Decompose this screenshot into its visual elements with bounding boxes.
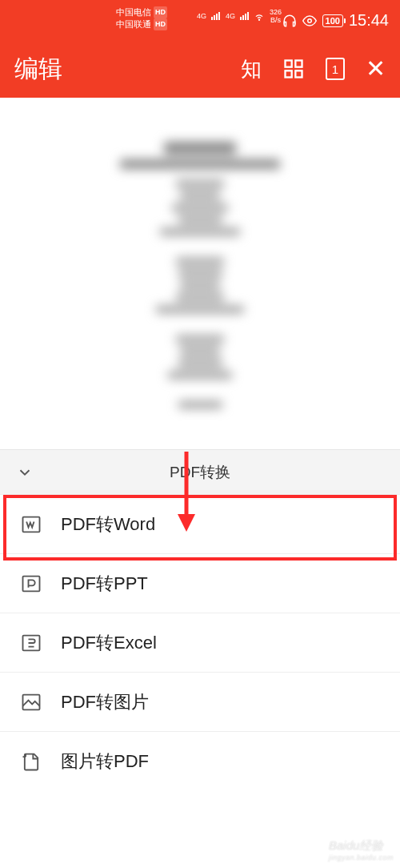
- page-number-button[interactable]: 1: [326, 58, 345, 80]
- network-speed: 326 B/s: [270, 8, 282, 24]
- ppt-icon: [19, 572, 43, 596]
- app-header: 编辑 知 1 ✕: [0, 40, 400, 98]
- zhi-button[interactable]: 知: [241, 55, 262, 83]
- menu-label: PDF转Excel: [61, 631, 157, 655]
- svg-rect-9: [23, 576, 40, 591]
- signal-block: 4G 4G 326 B/s: [196, 8, 282, 24]
- close-icon[interactable]: ✕: [366, 57, 386, 81]
- menu-label: PDF转图片: [61, 690, 149, 714]
- sheet-title: PDF转换: [170, 462, 230, 483]
- network-label-1: 4G: [197, 12, 206, 20]
- collapse-button[interactable]: [13, 460, 37, 484]
- menu-label: PDF转PPT: [61, 572, 148, 596]
- svg-point-1: [307, 18, 311, 22]
- menu-label: 图片转PDF: [61, 749, 149, 774]
- svg-rect-3: [295, 61, 302, 67]
- svg-rect-4: [295, 70, 302, 77]
- word-icon: [19, 512, 43, 536]
- watermark: Baidu经验 jingyan.baidu.com: [329, 838, 394, 862]
- signal-bars-1: [211, 12, 220, 20]
- clock: 15:44: [349, 11, 389, 30]
- document-preview[interactable]: [0, 98, 400, 450]
- wifi-icon: [254, 10, 265, 22]
- menu-label: PDF转Word: [61, 512, 155, 536]
- network-label-2: 4G: [226, 12, 235, 20]
- signal-bars-2: [240, 12, 249, 20]
- image-icon: [19, 690, 43, 714]
- header-actions: 知 1 ✕: [241, 55, 386, 83]
- menu-item-pdf-to-ppt[interactable]: PDF转PPT: [0, 554, 400, 613]
- sheet-header: PDF转换: [0, 450, 400, 495]
- menu-item-pdf-to-excel[interactable]: PDF转Excel: [0, 613, 400, 673]
- carrier-info: 中国电信 HD 中国联通 HD: [116, 6, 167, 30]
- grid-icon[interactable]: [282, 58, 305, 80]
- hd-badge-2: HD: [154, 18, 167, 30]
- carrier-2: 中国联通: [116, 18, 151, 30]
- blurred-document-content: [96, 142, 304, 413]
- watermark-line2: jingyan.baidu.com: [329, 854, 394, 862]
- page-title: 编辑: [14, 53, 62, 86]
- excel-icon: [19, 631, 43, 655]
- chevron-down-icon: [16, 464, 34, 481]
- img-to-pdf-icon: [19, 749, 43, 774]
- menu-item-pdf-to-word[interactable]: PDF转Word: [0, 495, 400, 554]
- svg-point-0: [258, 19, 259, 20]
- watermark-line1: Baidu经验: [329, 838, 394, 854]
- eye-icon: [302, 14, 317, 28]
- status-right: 100 15:44: [282, 11, 389, 30]
- carrier-1: 中国电信: [116, 6, 151, 18]
- menu-item-image-to-pdf[interactable]: 图片转PDF: [0, 732, 400, 791]
- menu-item-pdf-to-image[interactable]: PDF转图片: [0, 673, 400, 732]
- headphones-icon: [282, 14, 297, 28]
- hd-badge-1: HD: [154, 6, 167, 18]
- battery-indicator: 100: [322, 14, 343, 27]
- status-bar: 中国电信 HD 中国联通 HD 4G 4G 326 B/s 100 15:44: [0, 0, 400, 40]
- svg-rect-2: [286, 61, 292, 67]
- convert-sheet: PDF转换 PDF转Word PDF转PPT PDF转Excel PDF转图片: [0, 450, 400, 868]
- svg-rect-5: [286, 70, 292, 77]
